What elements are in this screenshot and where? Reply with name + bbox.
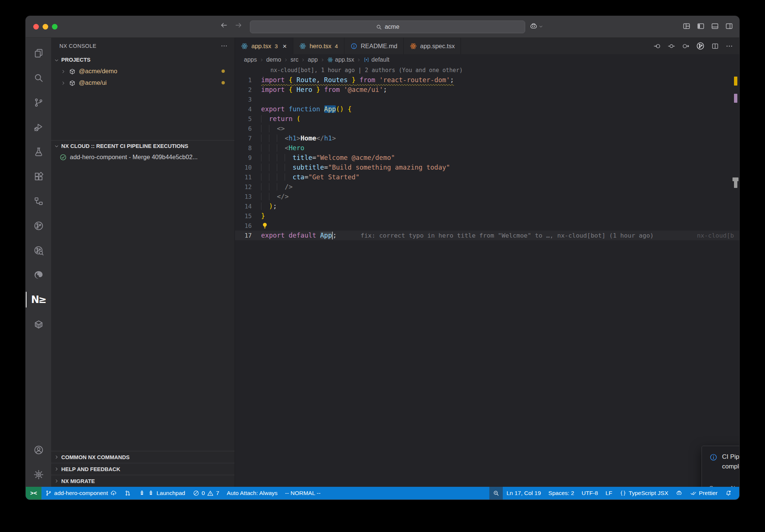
layout-controls [682,22,733,30]
status-indentation[interactable]: Spaces: 2 [545,487,578,499]
toggle-panel-button[interactable] [711,22,719,30]
status-screencast-zoom[interactable] [489,487,503,499]
overview-ruler-mark [734,77,737,86]
section-projects[interactable]: PROJECTS [51,54,235,65]
activity-item-explorer[interactable] [26,41,51,65]
code-line-8[interactable]: 8 <Hero [235,143,739,153]
workbench: N≥ NX CONSOLE PROJECTS @acme/demo@acme/u… [26,38,739,487]
beaker-icon [33,146,44,157]
close-window-button[interactable] [33,24,39,30]
toggle-panel-icon [711,22,719,30]
status-launchpad[interactable]: Launchpad [135,487,189,499]
status-git-branch[interactable]: add-hero-component [41,487,121,499]
nav-back-button[interactable] [653,42,661,50]
back-icon[interactable] [220,21,228,29]
line-number: 15 [235,213,261,220]
status-eol[interactable]: LF [602,487,616,499]
code-line-13[interactable]: 13 </> [235,192,739,201]
code-line-4[interactable]: 4export function App() { [235,104,739,114]
status-git-compare[interactable] [121,487,135,499]
section-common-nx-commands[interactable]: COMMON NX COMMANDS [51,451,235,463]
section-nx-migrate[interactable]: NX MIGRATE [51,475,235,487]
close-tab-icon[interactable]: × [283,43,287,50]
code-line-6[interactable]: 6 <> [235,124,739,133]
code-line-10[interactable]: 10 subtitle="Build something amazing tod… [235,163,739,172]
activity-item-accounts[interactable] [26,437,51,462]
minimize-window-button[interactable] [43,24,48,30]
command-center-search[interactable]: acme [250,21,525,33]
forward-icon[interactable] [235,21,242,29]
nav-forward-icon [682,42,690,50]
status-cursor-position[interactable]: Ln 17, Col 19 [503,487,545,499]
activity-item-containers[interactable] [26,312,51,337]
status-encoding[interactable]: UTF-8 [578,487,602,499]
breadcrumb-app[interactable]: app [308,56,318,63]
search-icon [376,24,382,30]
activity-item-settings[interactable] [26,462,51,487]
breadcrumb-app.tsx[interactable]: app.tsx [327,56,354,63]
breadcrumb-demo[interactable]: demo [266,56,281,63]
activity-item-extensions[interactable] [26,164,51,189]
customize-layout-icon [682,22,691,30]
react-icon [299,43,306,50]
code-line-17[interactable]: 17export default App;fix: correct typo i… [235,231,739,240]
nav-current-button[interactable] [668,42,675,50]
activity-item-pipeline-search[interactable] [26,238,51,263]
copilot-menu[interactable] [529,22,543,31]
code-line-7[interactable]: 7 <h1>Home</h1> [235,133,739,143]
breadcrumb-apps[interactable]: apps [244,56,257,63]
tab-app.tsx[interactable]: app.tsx3× [235,38,293,54]
status-notifications[interactable] [721,487,735,499]
status-remote-indicator[interactable]: >< [26,487,41,499]
activity-item-pipeline-graph[interactable] [26,213,51,238]
activity-item-source-control[interactable] [26,90,51,115]
activity-item-nx-console[interactable]: N≥ [26,287,51,312]
section-nx-cloud[interactable]: NX CLOUD :: RECENT CI PIPELINE EXECUTION… [51,140,235,151]
tab-app.spec.tsx[interactable]: app.spec.tsx [404,38,461,54]
breadcrumb-src[interactable]: src [291,56,298,63]
line-number: 5 [235,115,261,123]
activity-item-testing[interactable] [26,139,51,164]
status-vim-mode[interactable]: -- NORMAL -- [281,487,324,499]
more-actions-icon [725,42,733,50]
status-right: Ln 17, Col 19Spaces: 2UTF-8LFTypeScript … [489,487,739,499]
status-prettier[interactable]: Prettier [686,487,721,499]
status-language-mode[interactable]: TypeScript JSX [616,487,672,499]
tab-README.md[interactable]: README.md [344,38,404,54]
tab-hero.tsx[interactable]: hero.tsx4 [293,38,344,54]
code-line-12[interactable]: 12 /> [235,182,739,192]
code-editor[interactable]: nx-cloud[bot], 1 hour ago | 2 authors (Y… [235,65,739,487]
code-line-1[interactable]: 1import { Route, Routes } from 'react-ro… [235,75,739,85]
code-line-9[interactable]: 9 title="Welcome @acme/demo" [235,153,739,163]
status-auto-attach[interactable]: Auto Attach: Always [223,487,281,499]
more-actions-icon[interactable] [220,42,228,50]
code-line-16[interactable]: 16 [235,221,739,231]
status-problems[interactable]: 07 [189,487,223,499]
split-editor-button[interactable] [711,42,719,50]
nav-forward-button[interactable] [682,42,690,50]
activity-item-edge-browser[interactable] [26,263,51,287]
pipeline-item[interactable]: add-hero-component - Merge 409b44e5cb02.… [51,151,235,163]
code-line-14[interactable]: 14 ); [235,201,739,211]
more-actions-button[interactable] [725,42,733,50]
commit-graph-button[interactable] [696,41,705,50]
code-line-2[interactable]: 2import { Hero } from '@acme/ui'; [235,85,739,95]
toggle-secondary-sidebar-button[interactable] [725,22,733,30]
code-line-11[interactable]: 11 cta="Get Started" [235,172,739,182]
project-item[interactable]: @acme/ui [51,77,235,89]
project-item[interactable]: @acme/demo [51,65,235,77]
maximize-window-button[interactable] [52,24,58,30]
section-help-and-feedback[interactable]: HELP AND FEEDBACK [51,463,235,475]
code-line-3[interactable]: 3 [235,95,739,104]
tabs: app.tsx3×hero.tsx4README.mdapp.spec.tsx [235,38,461,54]
lightbulb-icon[interactable] [261,222,269,229]
customize-layout-button[interactable] [682,22,691,30]
status-copilot[interactable] [672,487,686,499]
code-line-5[interactable]: 5 return ( [235,114,739,124]
activity-item-search[interactable] [26,65,51,90]
activity-item-type-hierarchy[interactable] [26,189,51,213]
toggle-primary-sidebar-button[interactable] [697,22,705,30]
breadcrumb-default[interactable]: default [363,56,389,63]
activity-item-run-debug[interactable] [26,115,51,139]
code-line-15[interactable]: 15} [235,211,739,221]
